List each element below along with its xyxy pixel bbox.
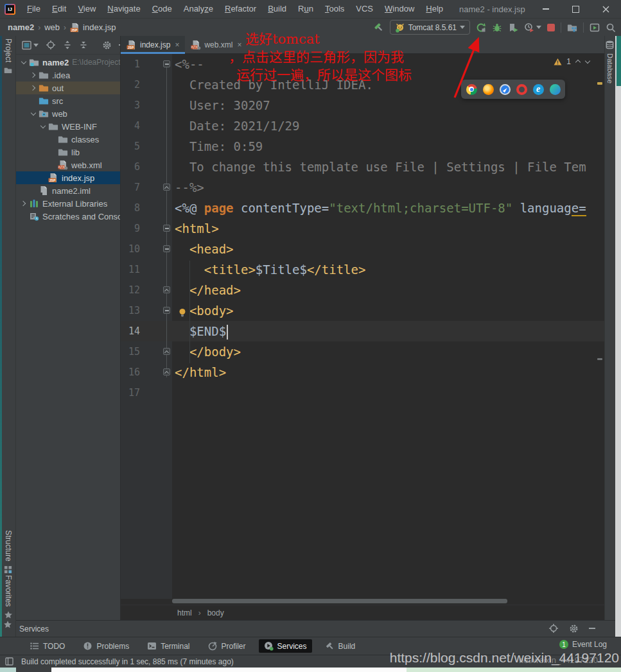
editor-tab-index-jsp[interactable]: JSPindex.jsp× [121, 36, 185, 53]
run-with-coverage-button[interactable] [508, 22, 518, 33]
toolwindow-tab-project[interactable]: Project [0, 39, 16, 74]
code-line-12[interactable]: 12 </head> [121, 280, 604, 300]
breadcrumb-item-name2[interactable]: name2 [8, 22, 34, 32]
view-selector-button[interactable] [22, 40, 39, 50]
toolwindow-tab-terminal[interactable]: Terminal [142, 639, 195, 653]
gear-icon[interactable] [102, 40, 112, 50]
services-panel-header[interactable]: Services [16, 620, 615, 637]
menu-refactor[interactable]: Refactor [219, 0, 262, 18]
code-line-9[interactable]: 9<html> [121, 218, 604, 239]
hide-panel-button[interactable] [119, 44, 120, 46]
intention-bulb-icon[interactable] [179, 308, 186, 317]
collapse-all-button[interactable] [79, 40, 88, 49]
code-line-11[interactable]: 11 <title>$Title$</title> [121, 259, 604, 280]
horizontal-scrollbar[interactable] [172, 599, 507, 603]
menu-view[interactable]: View [72, 0, 101, 18]
menu-navigate[interactable]: Navigate [101, 0, 146, 18]
menu-window[interactable]: Window [379, 0, 420, 18]
tree-item-web[interactable]: web [16, 107, 120, 120]
fold-marker-icon[interactable] [163, 225, 170, 232]
project-structure-button[interactable] [567, 22, 577, 33]
tree-item-classes[interactable]: classes [16, 133, 120, 146]
editor-breadcrumb-body[interactable]: body [207, 608, 224, 617]
menu-help[interactable]: Help [420, 0, 449, 18]
tree-item-idea[interactable]: .idea [16, 69, 120, 82]
caret-stripe-mark[interactable] [597, 358, 602, 360]
chevron-right-icon[interactable] [30, 84, 37, 92]
favorites-star-icon[interactable] [3, 620, 12, 629]
fold-marker-icon[interactable] [163, 184, 170, 191]
menu-run[interactable]: Run [292, 0, 319, 18]
toolwindow-tab-problems[interactable]: Problems [78, 639, 134, 653]
hide-toolwindow-button[interactable] [589, 628, 595, 629]
code-line-8[interactable]: 8<%@ page contentType="text/html;charset… [121, 198, 604, 218]
code-line-16[interactable]: 16</html> [121, 362, 604, 383]
chevron-down-icon[interactable] [39, 123, 47, 130]
close-tab-icon[interactable]: × [175, 40, 179, 49]
chevron-right-icon[interactable] [30, 71, 37, 79]
toolwindow-tab-database[interactable]: Database [604, 40, 615, 83]
menu-code[interactable]: Code [146, 0, 178, 18]
tree-item-external-libraries[interactable]: External Libraries [16, 197, 120, 210]
run-anything-button[interactable] [590, 22, 600, 33]
code-line-6[interactable]: 6 To change this template use File | Set… [121, 157, 604, 177]
menu-build[interactable]: Build [262, 0, 292, 18]
fold-marker-icon[interactable] [163, 245, 170, 252]
inspection-widget[interactable]: 1 [554, 57, 590, 66]
code-line-14[interactable]: 14 $END$ [121, 321, 604, 341]
tree-item-web-xml[interactable]: </>web.xml [16, 159, 120, 171]
code-line-4[interactable]: 4 Date: 2021/1/29 [121, 116, 604, 136]
chevron-down-icon[interactable] [30, 110, 37, 117]
fold-marker-icon[interactable] [163, 348, 170, 355]
ie-browser-icon[interactable]: e [533, 84, 544, 95]
editor-breadcrumb-html[interactable]: html [177, 608, 192, 617]
toolwindow-tab-services[interactable]: Services [259, 639, 312, 653]
event-log-button[interactable]: 1 Event Log [559, 640, 607, 649]
fold-marker-icon[interactable] [163, 307, 170, 314]
previous-warning-icon[interactable] [575, 59, 581, 64]
warning-stripe-mark[interactable] [597, 82, 602, 85]
profiler-button[interactable] [524, 22, 541, 33]
breadcrumb-item-web[interactable]: web [44, 22, 60, 32]
next-warning-icon[interactable] [585, 59, 590, 64]
code-area[interactable]: 1<%--2 Created by IntelliJ IDEA.3 User: … [121, 54, 604, 599]
rerun-button[interactable] [476, 22, 486, 33]
toolwindow-switcher-icon[interactable] [5, 657, 13, 666]
error-stripe[interactable] [596, 77, 602, 599]
stop-button[interactable] [547, 24, 555, 31]
run-config-selector[interactable]: Tomcat 8.5.61 [390, 20, 470, 35]
code-line-10[interactable]: 10 <head> [121, 239, 604, 259]
locate-button[interactable] [46, 40, 56, 50]
search-everywhere-button[interactable] [606, 22, 616, 33]
chevron-down-icon[interactable] [20, 58, 28, 66]
minimize-button[interactable] [530, 0, 561, 18]
toolwindow-tab-profiler[interactable]: Profiler [203, 639, 251, 653]
fold-marker-icon[interactable] [163, 368, 170, 375]
code-line-13[interactable]: 13 <body> [121, 300, 604, 321]
close-button[interactable] [591, 0, 621, 18]
menu-file[interactable]: File [21, 0, 46, 18]
opera-browser-icon[interactable] [516, 84, 527, 95]
safari-browser-icon[interactable] [500, 84, 511, 95]
code-line-5[interactable]: 5 Time: 0:59 [121, 136, 604, 157]
tree-item-lib[interactable]: lib [16, 146, 120, 159]
chevron-right-icon[interactable] [20, 200, 28, 207]
toolwindow-tab-structure[interactable]: Structure [0, 530, 16, 574]
tree-item-index-jsp[interactable]: JSPindex.jsp [16, 171, 120, 184]
fold-marker-icon[interactable] [163, 286, 170, 293]
tree-item-name2-iml[interactable]: name2.iml [16, 184, 120, 197]
gear-icon[interactable] [569, 624, 579, 633]
locate-icon[interactable] [548, 623, 559, 633]
menu-vcs[interactable]: VCS [350, 0, 379, 18]
toolwindow-tab-favorites[interactable]: Favorites [0, 575, 16, 619]
tree-item-out[interactable]: out [16, 82, 120, 94]
menu-tools[interactable]: Tools [319, 0, 350, 18]
debug-button[interactable] [492, 22, 502, 33]
code-line-7[interactable]: 7--%> [121, 177, 604, 198]
code-line-17[interactable]: 17 [121, 383, 604, 403]
tree-item-scratches-and-consoles[interactable]: Scratches and Consoles [16, 210, 120, 223]
toolwindow-tab-build[interactable]: Build [320, 639, 361, 653]
edge-browser-icon[interactable] [550, 84, 561, 95]
menu-analyze[interactable]: Analyze [178, 0, 219, 18]
expand-all-button[interactable] [63, 40, 72, 49]
